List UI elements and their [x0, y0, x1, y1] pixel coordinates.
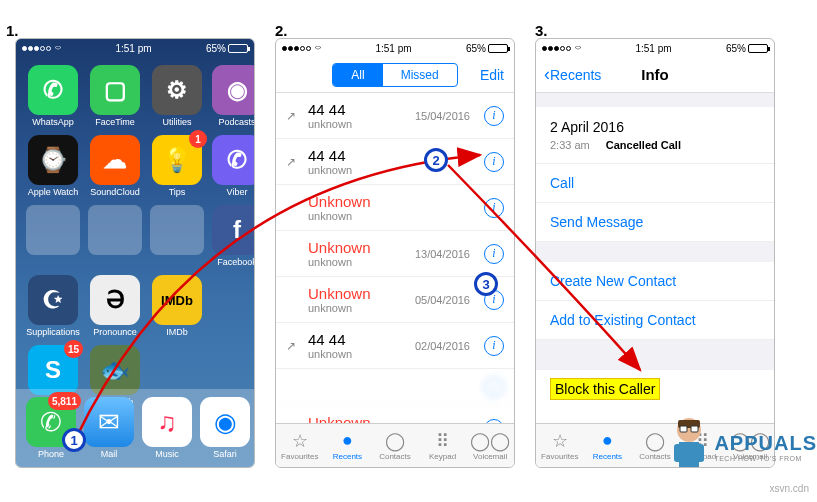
skype-icon: S15	[28, 345, 78, 395]
app-IMDb[interactable]: IMDbIMDb	[150, 275, 204, 337]
tab-keypad[interactable]: ⠿Keypad	[419, 424, 467, 467]
call-row[interactable]: i	[276, 369, 514, 406]
tab-voicemail[interactable]: ◯◯Voicemail	[466, 424, 514, 467]
tab-label: Favourites	[281, 452, 318, 461]
tab-label: Favourites	[541, 452, 578, 461]
call-row[interactable]: ↗ 44 44 unknown 15/04/2016 i	[276, 93, 514, 139]
status-bar: ⌔ 1:51 pm 65%	[16, 39, 254, 57]
app-Utilities[interactable]: ⚙Utilities	[150, 65, 204, 127]
page-title: Info	[641, 66, 669, 83]
info-icon[interactable]: i	[484, 244, 504, 264]
tab-favourites[interactable]: ☆Favourites	[536, 424, 584, 467]
annotation-marker-3: 3	[474, 272, 498, 296]
info-icon[interactable]: i	[484, 198, 504, 218]
dock-safari[interactable]: ◉Safari	[200, 397, 250, 459]
app-Viber[interactable]: ✆Viber	[212, 135, 255, 197]
back-button[interactable]: ‹Recents	[544, 64, 601, 85]
send-message-action[interactable]: Send Message	[536, 203, 774, 242]
app-FaceTime[interactable]: ▢FaceTime	[88, 65, 142, 127]
contacts-icon: ◯	[385, 431, 405, 451]
tab-recents[interactable]: ●Recents	[584, 424, 632, 467]
status-time: 1:51 pm	[635, 43, 671, 54]
edit-button[interactable]: Edit	[480, 67, 504, 83]
caller-name: 44 44	[308, 331, 407, 348]
battery-icon	[488, 44, 508, 53]
block-caller-action[interactable]: Block this Caller	[550, 378, 660, 400]
call-row[interactable]: Unknown unknown 13/04/2016 i	[276, 231, 514, 277]
battery-pct: 65%	[466, 43, 486, 54]
battery-pct: 65%	[206, 43, 226, 54]
soundcloud-icon: ☁	[90, 135, 140, 185]
info-icon[interactable]: i	[484, 152, 504, 172]
mascot-icon	[664, 412, 714, 482]
caller-name: Unknown	[308, 285, 407, 302]
app-label: WhatsApp	[32, 117, 74, 127]
call-action[interactable]: Call	[536, 164, 774, 203]
app-label: Mail	[101, 449, 118, 459]
badge: 1	[189, 130, 207, 148]
tab-label: Voicemail	[473, 452, 507, 461]
add-contact-action[interactable]: Add to Existing Contact	[536, 301, 774, 340]
facetime-icon: ▢	[90, 65, 140, 115]
app-label: Music	[155, 449, 179, 459]
dock-mail[interactable]: ✉Mail	[84, 397, 134, 459]
caller-sub: unknown	[308, 302, 407, 314]
app-SoundCloud[interactable]: ☁SoundCloud	[88, 135, 142, 197]
call-row[interactable]: ↗ 44 44 unknown i	[276, 139, 514, 185]
info-icon[interactable]: i	[484, 106, 504, 126]
app-Podcasts[interactable]: ◉Podcasts	[212, 65, 255, 127]
annotation-marker-1: 1	[62, 428, 86, 452]
dock-music[interactable]: ♫Music	[142, 397, 192, 459]
app-label: Pronounce	[93, 327, 137, 337]
call-time: 2:33 am	[550, 139, 590, 151]
app-label: IMDb	[166, 327, 188, 337]
tips-icon: 💡1	[152, 135, 202, 185]
recents-icon: ●	[342, 431, 353, 451]
step-label-1: 1.	[6, 22, 19, 39]
app-label: Tips	[169, 187, 186, 197]
stockfish-icon: 🐟	[90, 345, 140, 395]
wifi-icon: ⌔	[315, 43, 321, 54]
call-row[interactable]: Unknown unknown i	[276, 185, 514, 231]
info-icon[interactable]: i	[484, 377, 504, 397]
tab-contacts[interactable]: ◯Contacts	[371, 424, 419, 467]
brand-tagline: TECH HOW-TO'S FROM	[714, 455, 817, 462]
outgoing-icon: ↗	[286, 339, 300, 353]
call-row[interactable]: ↗ 44 44 unknown 02/04/2016 i	[276, 323, 514, 369]
call-status: Cancelled Call	[606, 139, 681, 151]
outgoing-icon: ↗	[286, 109, 300, 123]
call-date: 13/04/2016	[415, 248, 470, 260]
app-Apple Watch[interactable]: ⌚Apple Watch	[26, 135, 80, 197]
phone-info-screen: ⌔ 1:51 pm 65% ‹Recents Info 2 April 2016…	[535, 38, 775, 468]
favourites-icon: ☆	[552, 431, 568, 451]
svg-rect-7	[691, 426, 698, 432]
app-Tips[interactable]: 💡1Tips	[150, 135, 204, 197]
call-row[interactable]: Unknown unknown 31/03/2016 i	[276, 406, 514, 423]
tab-recents[interactable]: ●Recents	[324, 424, 372, 467]
facebook-icon: f	[212, 205, 255, 255]
app-label: Utilities	[162, 117, 191, 127]
caller-sub: unknown	[308, 210, 462, 222]
status-time: 1:51 pm	[115, 43, 151, 54]
seg-missed[interactable]: Missed	[383, 64, 457, 86]
svg-rect-6	[680, 426, 687, 432]
segmented-control[interactable]: All Missed	[332, 63, 457, 87]
battery-icon	[228, 44, 248, 53]
call-detail: 2 April 2016 2:33 am Cancelled Call	[536, 107, 774, 164]
status-bar: ⌔ 1:51 pm 65%	[536, 39, 774, 57]
seg-all[interactable]: All	[333, 64, 382, 86]
info-icon[interactable]: i	[484, 419, 504, 424]
caller-name: Unknown	[308, 239, 407, 256]
wifi-icon: ⌔	[55, 43, 61, 54]
pronounce-icon: Ə	[90, 275, 140, 325]
app-Facebook[interactable]: fFacebook	[212, 205, 255, 267]
create-contact-action[interactable]: Create New Contact	[536, 262, 774, 301]
app-WhatsApp[interactable]: ✆WhatsApp	[26, 65, 80, 127]
app-empty	[26, 205, 80, 267]
tab-favourites[interactable]: ☆Favourites	[276, 424, 324, 467]
battery-pct: 65%	[726, 43, 746, 54]
app-Pronounce[interactable]: ƏPronounce	[88, 275, 142, 337]
app-Supplications[interactable]: ☪Supplications	[26, 275, 80, 337]
tab-label: Recents	[333, 452, 362, 461]
info-icon[interactable]: i	[484, 336, 504, 356]
